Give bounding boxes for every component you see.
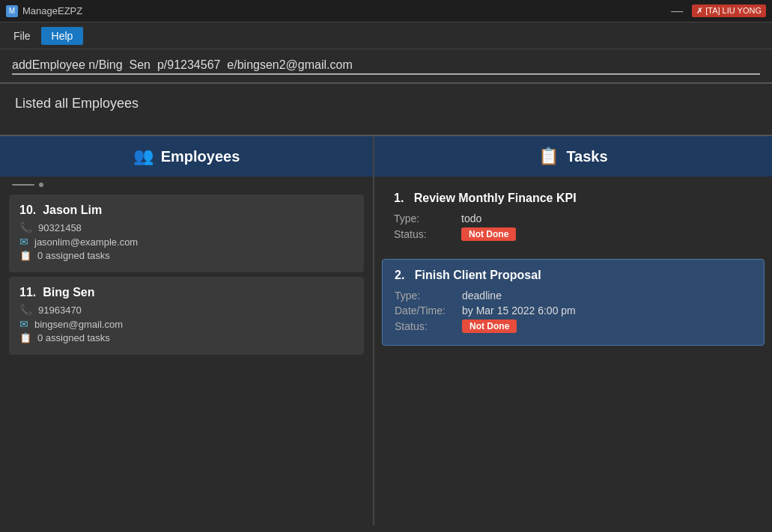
task-card-1: 1. Review Monthly Finance KPI Type: todo…	[382, 183, 765, 253]
tasks-panel-header: 📋 Tasks	[374, 136, 772, 177]
status-area: Listed all Employees	[0, 84, 772, 136]
task-type-value-2: deadline	[462, 290, 502, 302]
task-type-value-1: todo	[461, 213, 481, 224]
task-type-label-2: Type:	[395, 290, 462, 302]
app-icon: M	[6, 5, 18, 17]
employee-phone-11: 📞 91963470	[19, 304, 353, 316]
phone-icon-11: 📞	[19, 304, 32, 316]
phone-icon-10: 📞	[19, 221, 32, 233]
employee-email-11: ✉ bingsen@gmail.com	[19, 318, 353, 330]
title-bar: M ManageEZPZ — ✗ [TA] LIU YONG	[0, 0, 772, 22]
task-status-row-2: Status: Not Done	[395, 319, 752, 333]
tasks-panel: 📋 Tasks 1. Review Monthly Finance KPI Ty…	[374, 136, 772, 525]
task-card-2: 2. Finish Client Proposal Type: deadline…	[382, 259, 765, 346]
scroll-indicator	[0, 177, 373, 190]
ta-badge: ✗ [TA] LIU YONG	[692, 4, 766, 17]
employees-panel: 👥 Employees 10. Jason Lim 📞 90321458	[0, 136, 374, 525]
tasks-icon: 📋	[538, 147, 559, 166]
task-type-row-2: Type: deadline	[395, 290, 752, 302]
ta-label: ✗ [TA] LIU YONG	[696, 6, 762, 16]
employees-title: Employees	[161, 148, 240, 165]
tasks-icon-10: 📋	[19, 250, 31, 261]
employees-icon: 👥	[133, 147, 154, 166]
employee-name-10: 10. Jason Lim	[19, 204, 353, 217]
task-type-label-1: Type:	[394, 213, 461, 224]
command-input[interactable]	[12, 57, 760, 75]
status-badge-2: Not Done	[462, 319, 517, 333]
title-bar-right: — ✗ [TA] LIU YONG	[666, 4, 766, 18]
title-bar-left: M ManageEZPZ	[6, 5, 82, 17]
task-datetime-label-2: Date/Time:	[395, 305, 462, 317]
menu-file[interactable]: File	[3, 27, 41, 45]
task-status-label-2: Status:	[395, 320, 462, 332]
menu-bar: File Help	[0, 22, 772, 49]
employee-card-11: 11. Bing Sen 📞 91963470 ✉ bingsen@gmail.…	[9, 277, 364, 355]
employee-tasks-10: 📋 0 assigned tasks	[19, 250, 353, 261]
employee-email-10: ✉ jasonlim@example.com	[19, 236, 353, 248]
tasks-title: Tasks	[566, 148, 607, 165]
app-title: ManageEZPZ	[22, 5, 82, 16]
employee-name-11: 11. Bing Sen	[19, 286, 353, 299]
menu-help[interactable]: Help	[41, 27, 84, 45]
task-title-1: 1. Review Monthly Finance KPI	[394, 192, 753, 205]
employees-list: 10. Jason Lim 📞 90321458 ✉ jasonlim@exam…	[0, 177, 373, 525]
task-status-row-1: Status: Not Done	[394, 227, 753, 241]
panels: 👥 Employees 10. Jason Lim 📞 90321458	[0, 136, 772, 525]
status-badge-1: Not Done	[461, 227, 516, 241]
task-datetime-row-2: Date/Time: by Mar 15 2022 6:00 pm	[395, 305, 752, 317]
task-datetime-value-2: by Mar 15 2022 6:00 pm	[462, 305, 576, 317]
task-title-2: 2. Finish Client Proposal	[395, 269, 752, 282]
minimize-button[interactable]: —	[666, 4, 687, 18]
employee-card-10: 10. Jason Lim 📞 90321458 ✉ jasonlim@exam…	[9, 195, 364, 272]
tasks-list: 1. Review Monthly Finance KPI Type: todo…	[374, 177, 772, 525]
task-status-label-1: Status:	[394, 228, 461, 240]
status-text: Listed all Employees	[15, 96, 139, 111]
task-type-row-1: Type: todo	[394, 213, 753, 224]
employees-panel-header: 👥 Employees	[0, 136, 373, 177]
employee-tasks-11: 📋 0 assigned tasks	[19, 332, 353, 343]
tasks-icon-11: 📋	[19, 332, 31, 343]
employee-phone-10: 📞 90321458	[19, 221, 353, 233]
command-area	[0, 49, 772, 84]
scroll-line	[12, 184, 34, 186]
scroll-dot	[39, 183, 43, 187]
email-icon-11: ✉	[19, 318, 28, 330]
email-icon-10: ✉	[19, 236, 28, 248]
